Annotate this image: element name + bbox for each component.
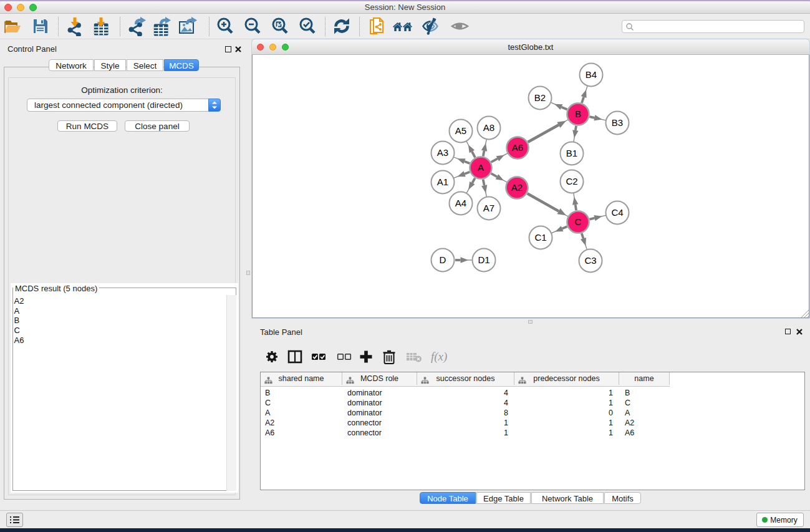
svg-text:A8: A8 (483, 122, 494, 133)
svg-text:C: C (575, 216, 582, 227)
svg-text:A4: A4 (455, 198, 466, 208)
svg-text:f(x): f(x) (431, 350, 447, 364)
svg-text:B1: B1 (566, 148, 577, 158)
svg-text:C1: C1 (534, 232, 546, 243)
svg-text:A6: A6 (512, 142, 523, 153)
svg-text:B: B (575, 109, 581, 119)
svg-text:C4: C4 (611, 207, 623, 218)
svg-text:B3: B3 (612, 117, 623, 128)
svg-text:D: D (440, 254, 446, 265)
svg-text:A2: A2 (511, 182, 523, 193)
svg-text:A1: A1 (437, 177, 448, 187)
svg-text:D1: D1 (478, 254, 489, 265)
svg-text:C3: C3 (584, 255, 596, 266)
svg-text:C2: C2 (566, 176, 577, 186)
svg-text:B2: B2 (534, 92, 546, 103)
svg-text:A3: A3 (437, 147, 448, 158)
svg-text:A5: A5 (455, 125, 466, 136)
svg-text:A: A (478, 162, 484, 173)
svg-text:A7: A7 (483, 203, 494, 213)
svg-text:B4: B4 (586, 69, 597, 80)
